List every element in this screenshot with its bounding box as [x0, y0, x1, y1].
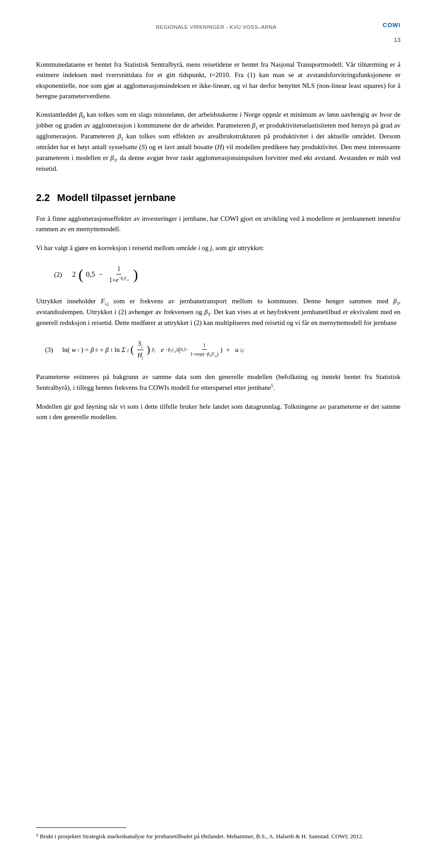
header-title: REGIONALE VIRKNINGER - KVU VOSS–ARNA [50, 22, 383, 30]
formula-3-block: (3) ln(wi) = β0 + β1 ln Σj ( Sj Hj ) β2 … [45, 339, 401, 361]
paragraph-5: Uttrykket inneholder Fi,j som er frekven… [36, 296, 401, 328]
section-title: Modell tilpasset jernbane [57, 192, 176, 203]
footnote-5-text: ⁵ Brukt i prosjektet Strategisk markedsa… [36, 833, 363, 840]
paragraph-3-text: For å finne agglomerasjonseffekter av in… [36, 215, 401, 233]
section-heading-2-2: 2.2Modell tilpasset jernbane [36, 190, 401, 206]
paragraph-5-text: Uttrykket inneholder Fi,j som er frekven… [36, 297, 401, 326]
paragraph-1: Kommunedataene er hentet fra Statistisk … [36, 59, 401, 101]
paragraph-3: For å finne agglomerasjonseffekter av in… [36, 214, 401, 235]
paragraph-6-text: Parameterne estimeres på bakgrunn av sam… [36, 373, 401, 391]
section-number: 2.2 [36, 192, 50, 203]
footnote-divider [36, 827, 126, 828]
paragraph-6: Parameterne estimeres på bakgrunn av sam… [36, 372, 401, 393]
paragraph-4-text: Vi har valgt å gjøre en korreksjon i rei… [36, 244, 264, 251]
header-right: COWI 13 [383, 22, 401, 43]
formula-3-right-paren: ) [147, 345, 150, 355]
formula-3-content: ln(wi) = β0 + β1 ln Σj ( Sj Hj ) β2 e−β3… [62, 339, 244, 361]
footnote-5: ⁵ Brukt i prosjektet Strategisk markedsa… [36, 832, 401, 841]
footnote-section: ⁵ Brukt i prosjektet Strategisk markedsa… [36, 813, 401, 841]
formula-3-left-paren: ( [130, 345, 134, 355]
page-header: REGIONALE VIRKNINGER - KVU VOSS–ARNA COW… [36, 22, 401, 43]
formula-2-label: (2) [54, 270, 68, 280]
formula-2-fraction: 1 1+e−β3Fi,j [108, 264, 130, 285]
formula-2-block: (2) 2 ( 0,5 − 1 1+e−β3Fi,j ) [54, 264, 401, 285]
paragraph-4: Vi har valgt å gjøre en korreksjon i rei… [36, 243, 401, 253]
cowi-logo: COWI [383, 22, 401, 28]
formula-2-content: 2 ( 0,5 − 1 1+e−β3Fi,j ) [72, 264, 138, 285]
formula-2-right-paren: ) [133, 267, 138, 282]
main-content: Kommunedataene er hentet fra Statistisk … [36, 59, 401, 422]
page-number: 13 [387, 28, 401, 43]
paragraph-1-text: Kommunedataene er hentet fra Statistisk … [36, 61, 401, 100]
page: REGIONALE VIRKNINGER - KVU VOSS–ARNA COW… [0, 0, 433, 868]
formula-2-left-paren: ( [78, 267, 83, 282]
paragraph-2-text: Konstantleddet β0 kan tolkes som en slag… [36, 111, 401, 172]
paragraph-7-text: Modellen gir god føyning når vi som i de… [36, 403, 401, 420]
formula-3-sj-hj: Sj Hj [137, 339, 144, 361]
paragraph-7: Modellen gir god føyning når vi som i de… [36, 402, 401, 423]
formula-3-label: (3) [45, 345, 59, 355]
paragraph-2: Konstantleddet β0 kan tolkes som en slag… [36, 110, 401, 174]
